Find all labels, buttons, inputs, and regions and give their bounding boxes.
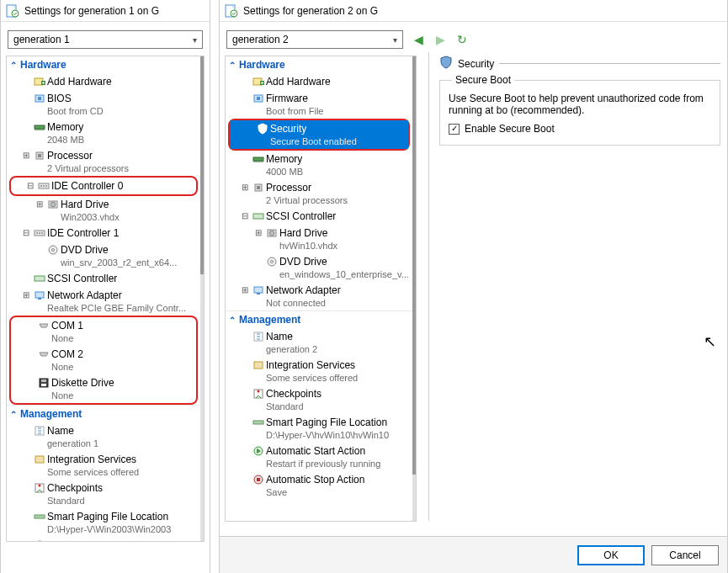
svg-point-34 bbox=[231, 10, 237, 17]
vm-selector-gen1[interactable]: generation 1 ▾ bbox=[8, 30, 203, 49]
nav-prev-button[interactable]: ◀ bbox=[410, 31, 427, 48]
scrollbar[interactable] bbox=[412, 56, 416, 521]
tree-node-sublabel: Some services offered bbox=[266, 372, 409, 384]
expand-icon[interactable]: ⊞ bbox=[239, 284, 251, 296]
name-icon bbox=[251, 331, 266, 343]
tree-node-sublabel: Boot from CD bbox=[47, 105, 197, 117]
tree-node-sublabel: Some services offered bbox=[47, 466, 197, 478]
tree-node-security[interactable]: SecuritySecure Boot enabled bbox=[230, 120, 408, 149]
ide-icon bbox=[36, 180, 51, 193]
tree-node-hard-drive[interactable]: ⊞Hard DrivehvWin10.vhdx bbox=[226, 225, 412, 253]
tree-node-checkpoints[interactable]: CheckpointsStandard bbox=[226, 385, 412, 414]
expand-icon[interactable]: ⊞ bbox=[20, 289, 32, 301]
tree-node-memory[interactable]: Memory4000 MB bbox=[226, 151, 412, 179]
svg-rect-48 bbox=[257, 293, 260, 294]
vm-selector-value: generation 1 bbox=[13, 34, 70, 45]
enable-secure-boot-checkbox[interactable]: ✓ bbox=[449, 124, 460, 135]
tree-node-network-adapter[interactable]: ⊞Network AdapterNot connected bbox=[226, 282, 412, 310]
svg-point-44 bbox=[269, 231, 274, 236]
tree-node-processor[interactable]: ⊞Processor2 Virtual processors bbox=[7, 147, 200, 176]
svg-rect-21 bbox=[35, 276, 45, 281]
management-section-header[interactable]: ⌃Management bbox=[226, 310, 412, 328]
svg-rect-42 bbox=[253, 214, 263, 219]
tree-node-ide-controller-0[interactable]: ⊟IDE Controller 0 bbox=[11, 178, 196, 194]
svg-rect-50 bbox=[254, 362, 263, 369]
tree-node-firmware[interactable]: FirmwareBoot from File bbox=[226, 90, 412, 119]
scrollbar[interactable] bbox=[200, 56, 204, 541]
tree-node-automatic-start-action[interactable]: Automatic Start ActionRestart if previou… bbox=[7, 537, 200, 541]
tree-node-integration-services[interactable]: Integration ServicesSome services offere… bbox=[226, 357, 412, 385]
tree-node-label: Checkpoints bbox=[47, 482, 103, 494]
tree-node-label: Add Hardware bbox=[266, 76, 331, 88]
expand-icon[interactable]: ⊞ bbox=[20, 150, 32, 162]
tree-node-diskette-drive[interactable]: Diskette DriveNone bbox=[11, 374, 196, 403]
svc-icon bbox=[32, 454, 47, 466]
refresh-button[interactable]: ↻ bbox=[454, 31, 470, 48]
dialog-footer: OK Cancel bbox=[220, 536, 727, 573]
window-gen1: Settings for generation 1 on G generatio… bbox=[0, 0, 210, 573]
tree-node-label: Processor bbox=[47, 150, 93, 162]
nav-next-button[interactable]: ▶ bbox=[432, 31, 449, 48]
svg-point-16 bbox=[36, 232, 38, 234]
tree-node-automatic-start-action[interactable]: Automatic Start ActionRestart if previou… bbox=[226, 443, 412, 471]
svc-icon bbox=[251, 359, 266, 372]
tree-node-smart-paging-file-location[interactable]: Smart Paging File LocationD:\Hyper-V\Win… bbox=[7, 508, 200, 537]
tree-node-scsi-controller[interactable]: ⊟SCSI Controller bbox=[226, 208, 412, 225]
tree-node-label: Smart Paging File Location bbox=[266, 416, 387, 428]
vm-selector-gen2[interactable]: generation 2 ▾ bbox=[226, 30, 403, 49]
hardware-section-header[interactable]: ⌃Hardware bbox=[7, 56, 200, 73]
page-icon bbox=[32, 511, 47, 523]
tree-node-processor[interactable]: ⊞Processor2 Virtual processors bbox=[226, 179, 412, 208]
name-icon bbox=[32, 425, 47, 438]
cancel-button[interactable]: Cancel bbox=[651, 545, 719, 565]
svg-rect-39 bbox=[253, 157, 263, 161]
tree-node-label: COM 2 bbox=[51, 348, 83, 360]
tree-node-name[interactable]: Namegeneration 2 bbox=[226, 328, 412, 357]
tree-node-label: Integration Services bbox=[266, 359, 355, 371]
svg-rect-8 bbox=[38, 154, 41, 157]
management-section-header[interactable]: ⌃Management bbox=[7, 405, 200, 422]
expand-icon[interactable]: ⊞ bbox=[252, 227, 264, 239]
tree-node-integration-services[interactable]: Integration ServicesSome services offere… bbox=[7, 451, 200, 480]
ok-button[interactable]: OK bbox=[577, 545, 645, 565]
window-title: Settings for generation 1 on G bbox=[24, 5, 159, 17]
tree-node-checkpoints[interactable]: CheckpointsStandard bbox=[7, 480, 200, 508]
tree-node-com-1[interactable]: COM 1None bbox=[11, 317, 196, 346]
settings-tree-gen2[interactable]: ⌃HardwareAdd HardwareFirmwareBoot from F… bbox=[225, 56, 417, 522]
tree-node-sublabel: Save bbox=[266, 486, 409, 498]
tree-node-label: Hard Drive bbox=[279, 227, 327, 239]
collapse-icon[interactable]: ⊟ bbox=[24, 180, 36, 192]
cpu-icon bbox=[32, 150, 47, 162]
tree-node-bios[interactable]: BIOSBoot from CD bbox=[7, 90, 200, 119]
tree-node-automatic-stop-action[interactable]: Automatic Stop ActionSave bbox=[226, 471, 412, 500]
svg-rect-47 bbox=[254, 287, 263, 293]
svg-rect-41 bbox=[257, 186, 260, 189]
tree-node-sublabel: None bbox=[51, 332, 193, 344]
tree-node-sublabel: 2 Virtual processors bbox=[266, 194, 409, 206]
collapse-icon[interactable]: ⊟ bbox=[20, 227, 32, 239]
tree-node-dvd-drive[interactable]: DVD Driveen_windows_10_enterprise_v... bbox=[226, 253, 412, 282]
svg-rect-5 bbox=[38, 97, 41, 100]
tree-node-smart-paging-file-location[interactable]: Smart Paging File LocationD:\Hyper-V\hvW… bbox=[226, 414, 412, 443]
tree-node-ide-controller-1[interactable]: ⊟IDE Controller 1 bbox=[7, 225, 200, 241]
svg-rect-28 bbox=[35, 456, 44, 463]
tree-node-sublabel: Standard bbox=[266, 401, 409, 412]
svg-rect-25 bbox=[41, 379, 46, 382]
hardware-section-header[interactable]: ⌃Hardware bbox=[226, 56, 412, 73]
collapse-icon[interactable]: ⊟ bbox=[239, 210, 251, 222]
tree-node-dvd-drive[interactable]: DVD Drivewin_srv_2003_r2_ent_x64... bbox=[7, 241, 200, 270]
expand-icon[interactable]: ⊞ bbox=[239, 182, 251, 194]
tree-node-memory[interactable]: Memory2048 MB bbox=[7, 119, 200, 147]
settings-tree-gen1[interactable]: ⌃HardwareAdd HardwareBIOSBoot from CDMem… bbox=[6, 56, 205, 542]
tree-node-sublabel: D:\Hyper-V\hvWin10\hvWin10 bbox=[266, 429, 409, 441]
tree-node-name[interactable]: Namegeneration 1 bbox=[7, 422, 200, 451]
expand-icon[interactable]: ⊞ bbox=[34, 199, 45, 210]
svg-rect-38 bbox=[257, 97, 260, 100]
tree-node-com-2[interactable]: COM 2None bbox=[11, 346, 196, 374]
tree-node-sublabel: Standard bbox=[47, 495, 197, 507]
tree-node-scsi-controller[interactable]: SCSI Controller bbox=[7, 270, 200, 287]
tree-node-hard-drive[interactable]: ⊞Hard DriveWin2003.vhdx bbox=[7, 196, 200, 225]
tree-node-network-adapter[interactable]: ⊞Network AdapterRealtek PCIe GBE Family … bbox=[7, 287, 200, 316]
tree-node-add-hardware[interactable]: Add Hardware bbox=[226, 73, 412, 90]
tree-node-add-hardware[interactable]: Add Hardware bbox=[7, 73, 200, 90]
